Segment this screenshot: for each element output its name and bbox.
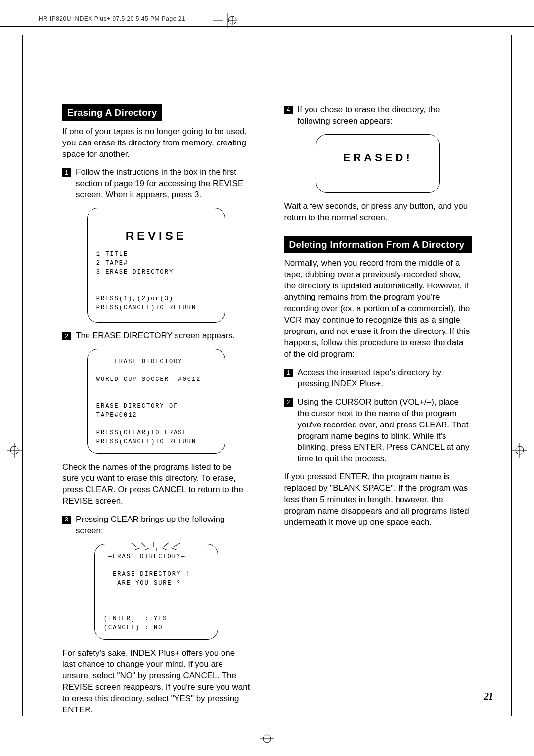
right-column: 4 If you chose to erase the directory, t…	[284, 104, 472, 722]
step-4: 4 If you chose to erase the directory, t…	[284, 104, 472, 127]
revise-screen: REVISE1 TITLE 2 TAPE# 3 ERASE DIRECTORY …	[87, 208, 225, 323]
section-title-deleting: Deleting Information From A Directory	[284, 236, 472, 253]
step-2-text: The ERASE DIRECTORY screen appears.	[76, 331, 250, 342]
step-4-text: If you chose to erase the directory, the…	[298, 104, 472, 127]
step-3: 3 Pressing CLEAR brings up the following…	[62, 514, 250, 537]
revise-screen-title: REVISE	[96, 227, 216, 245]
step-3-text: Pressing CLEAR brings up the following s…	[76, 514, 250, 537]
step-number-icon: 4	[284, 106, 293, 114]
page-frame: Erasing A Directory If one of your tapes…	[22, 35, 512, 716]
step-number-icon: 2	[62, 332, 71, 340]
step-1-text: Follow the instructions in the box in th…	[76, 167, 250, 201]
del-step-1-text: Access the inserted tape's directory by …	[298, 367, 472, 390]
crop-mark-bottom-icon	[252, 731, 282, 746]
confirm-screen: —ERASE DIRECTORY— ERASE DIRECTORY ! ARE …	[94, 544, 218, 640]
step-number-icon: 1	[62, 168, 71, 177]
erased-screen-title: ERASED!	[325, 142, 430, 186]
deleting-intro: Normally, when you record from the middl…	[284, 258, 472, 360]
del-step-2: 2 Using the CURSOR button (VOL+/–), plac…	[284, 397, 472, 465]
erasing-intro: If one of your tapes is no longer going …	[62, 126, 250, 160]
del-step-1: 1 Access the inserted tape's directory b…	[284, 367, 472, 390]
crop-mark-top-icon	[213, 13, 242, 28]
step-number-icon: 1	[284, 369, 293, 377]
del-step-2-text: Using the CURSOR button (VOL+/–), place …	[298, 397, 472, 465]
crop-mark-right-icon	[512, 435, 527, 465]
erase-directory-screen: ERASE DIRECTORY WORLD CUP SOCCER #0012 E…	[87, 349, 225, 454]
top-horizontal-rule	[0, 26, 534, 27]
column-divider	[267, 104, 267, 722]
step-number-icon: 2	[284, 398, 293, 407]
section-title-erasing: Erasing A Directory	[62, 104, 162, 121]
page-number: 21	[484, 690, 493, 703]
step-number-icon: 3	[62, 516, 71, 524]
revise-screen-body: 1 TITLE 2 TAPE# 3 ERASE DIRECTORY PRESS(…	[96, 251, 196, 311]
check-names-text: Check the names of the programs listed t…	[62, 462, 250, 507]
crop-mark-left-icon	[7, 435, 22, 465]
step-2: 2 The ERASE DIRECTORY screen appears.	[62, 331, 250, 342]
erased-screen: ERASED!	[316, 134, 440, 193]
confirm-screen-body: —ERASE DIRECTORY— ERASE DIRECTORY ! ARE …	[104, 553, 190, 631]
blank-space-text: If you pressed ENTER, the program name i…	[284, 472, 472, 528]
left-column: Erasing A Directory If one of your tapes…	[62, 104, 250, 722]
erase-directory-screen-body: ERASE DIRECTORY WORLD CUP SOCCER #0012 E…	[96, 358, 201, 445]
wait-text: Wait a few seconds, or press any button,…	[284, 201, 472, 224]
step-1: 1 Follow the instructions in the box in …	[62, 167, 250, 201]
safety-text: For safety's sake, INDEX Plus+ offers yo…	[62, 648, 250, 716]
page-header-meta: HR-IP820U INDEX Plus+ 97.5.20 5:45 PM Pa…	[39, 15, 185, 23]
